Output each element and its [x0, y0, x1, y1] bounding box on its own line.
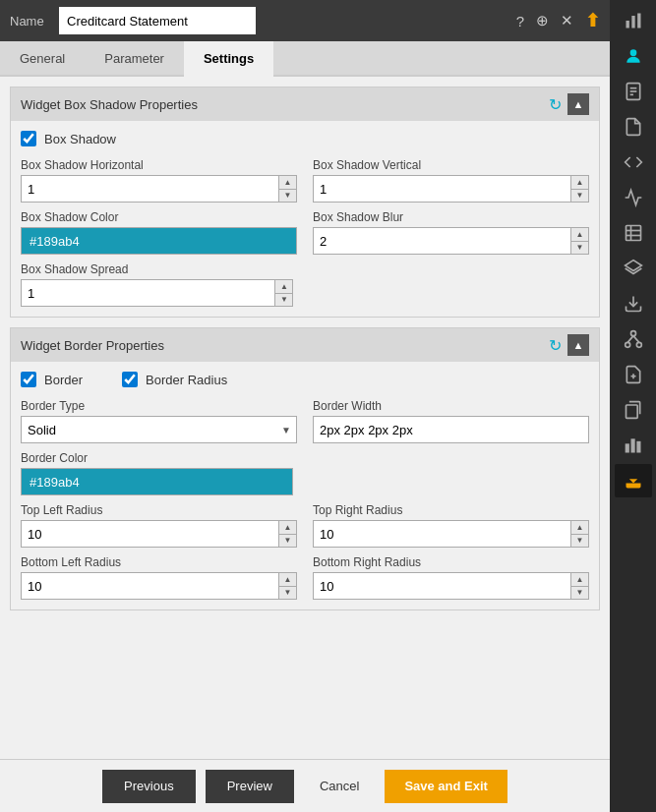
sidebar-icon-column-chart[interactable] [615, 429, 652, 462]
box-shadow-label: Box Shadow [44, 132, 116, 146]
bottom-right-up[interactable]: ▲ [571, 573, 588, 587]
sidebar-icon-network[interactable] [615, 322, 652, 356]
border-checkbox[interactable] [21, 372, 36, 387]
border-type-select[interactable]: Solid Dashed Dotted Double None [21, 416, 297, 443]
bottom-left-label: Bottom Left Radius [21, 555, 297, 569]
h-offset-up[interactable]: ▲ [279, 176, 296, 190]
sidebar-icon-chart[interactable] [615, 4, 652, 37]
shadow-color-group: Box Shadow Color #189ab4 [21, 210, 297, 255]
sidebar-icon-report[interactable] [615, 75, 652, 108]
expand-icon[interactable]: ⬆ [585, 10, 600, 31]
bottom-right-down[interactable]: ▼ [571, 587, 588, 600]
box-shadow-section-header: Widget Box Shadow Properties ↻ ▲ [11, 87, 599, 121]
spread-up[interactable]: ▲ [275, 280, 292, 294]
bottom-left-up[interactable]: ▲ [279, 573, 296, 587]
v-offset-down[interactable]: ▼ [571, 190, 588, 203]
tab-settings[interactable]: Settings [184, 41, 273, 77]
v-offset-input[interactable] [314, 176, 570, 202]
save-exit-button[interactable]: Save and Exit [385, 770, 507, 803]
spread-label: Box Shadow Spread [21, 262, 293, 276]
sidebar-icon-medication[interactable] [615, 358, 652, 391]
footer: Previous Preview Cancel Save and Exit [0, 759, 610, 812]
sidebar-icon-layers[interactable] [615, 252, 652, 285]
border-collapse-btn[interactable]: ▲ [567, 334, 589, 356]
blur-group: Box Shadow Blur ▲ ▼ [313, 210, 589, 255]
move-icon[interactable]: ⊕ [536, 12, 549, 29]
border-type-label: Border Type [21, 399, 297, 413]
border-header-icons: ↻ ▲ [549, 334, 589, 356]
h-offset-input[interactable] [22, 176, 278, 202]
border-color-value: #189ab4 [30, 475, 80, 490]
v-offset-label: Box Shadow Vertical [313, 158, 589, 172]
box-shadow-title: Widget Box Shadow Properties [21, 97, 549, 112]
svg-rect-2 [637, 14, 640, 29]
blur-up[interactable]: ▲ [571, 228, 588, 242]
svg-rect-21 [626, 405, 637, 418]
shadow-color-input[interactable]: #189ab4 [21, 227, 297, 255]
top-left-label: Top Left Radius [21, 503, 297, 517]
border-refresh-icon[interactable]: ↻ [549, 336, 562, 355]
svg-line-17 [627, 336, 633, 343]
spread-down[interactable]: ▼ [275, 294, 292, 307]
sidebar-icon-table[interactable] [615, 216, 652, 250]
h-offset-label: Box Shadow Horizontal [21, 158, 297, 172]
spread-input[interactable] [22, 280, 274, 306]
v-offset-up[interactable]: ▲ [571, 176, 588, 190]
h-offset-spin: ▲ ▼ [21, 175, 297, 203]
h-offset-group: Box Shadow Horizontal ▲ ▼ [21, 158, 297, 203]
svg-point-3 [629, 49, 636, 56]
tab-parameter[interactable]: Parameter [85, 41, 184, 75]
box-shadow-body: Box Shadow Box Shadow Horizontal ▲ ▼ [11, 121, 599, 317]
top-left-up[interactable]: ▲ [279, 521, 296, 535]
top-left-group: Top Left Radius ▲ ▼ [21, 503, 297, 548]
close-icon[interactable]: ✕ [561, 12, 573, 29]
content-area: Widget Box Shadow Properties ↻ ▲ Box Sha… [0, 77, 610, 759]
bottom-right-group: Bottom Right Radius ▲ ▼ [313, 555, 589, 600]
name-input[interactable] [59, 7, 256, 34]
refresh-icon[interactable]: ↻ [549, 95, 562, 114]
spread-spin: ▲ ▼ [21, 279, 293, 307]
v-offset-group: Box Shadow Vertical ▲ ▼ [313, 158, 589, 203]
right-sidebar [610, 0, 656, 812]
svg-rect-23 [630, 438, 634, 452]
top-left-down[interactable]: ▼ [279, 535, 296, 548]
cancel-button[interactable]: Cancel [304, 770, 375, 803]
top-right-group: Top Right Radius ▲ ▼ [313, 503, 589, 548]
sidebar-icon-code[interactable] [615, 145, 652, 179]
top-right-input[interactable] [314, 521, 570, 547]
sidebar-icon-analytics[interactable] [615, 181, 652, 214]
border-color-input[interactable]: #189ab4 [21, 468, 293, 495]
sidebar-icon-download-yellow[interactable] [615, 464, 652, 497]
bottom-right-label: Bottom Right Radius [313, 555, 589, 569]
top-right-down[interactable]: ▼ [571, 535, 588, 548]
blur-down[interactable]: ▼ [571, 242, 588, 255]
border-section-header: Widget Border Properties ↻ ▲ [11, 328, 599, 362]
tabs: General Parameter Settings [0, 41, 610, 77]
border-width-input[interactable] [313, 416, 589, 443]
top-left-input[interactable] [22, 521, 278, 547]
border-color-group: Border Color #189ab4 [21, 451, 589, 495]
shadow-color-value: #189ab4 [30, 234, 80, 249]
h-offset-down[interactable]: ▼ [279, 190, 296, 203]
help-icon[interactable]: ? [516, 13, 524, 29]
border-title: Widget Border Properties [21, 338, 549, 353]
tab-general[interactable]: General [0, 41, 85, 75]
top-right-up[interactable]: ▲ [571, 521, 588, 535]
bottom-left-down[interactable]: ▼ [279, 587, 296, 600]
sidebar-icon-download[interactable] [615, 287, 652, 320]
border-checkboxes: Border Border Radius [21, 372, 589, 387]
previous-button[interactable]: Previous [102, 770, 196, 803]
radius-checkbox[interactable] [122, 372, 138, 387]
preview-button[interactable]: Preview [206, 770, 294, 803]
sidebar-icon-document[interactable] [615, 110, 652, 144]
sidebar-icon-file-stack[interactable] [615, 393, 652, 427]
blur-input[interactable] [314, 228, 570, 254]
bottom-right-input[interactable] [314, 573, 570, 599]
box-shadow-checkbox[interactable] [21, 131, 36, 146]
radius-checkbox-row: Border Radius [122, 372, 227, 387]
bottom-left-input[interactable] [22, 573, 278, 599]
header-icons: ? ⊕ ✕ ⬆ [516, 10, 600, 31]
svg-point-14 [630, 331, 635, 336]
collapse-btn[interactable]: ▲ [567, 93, 589, 115]
sidebar-icon-user[interactable] [615, 39, 652, 73]
